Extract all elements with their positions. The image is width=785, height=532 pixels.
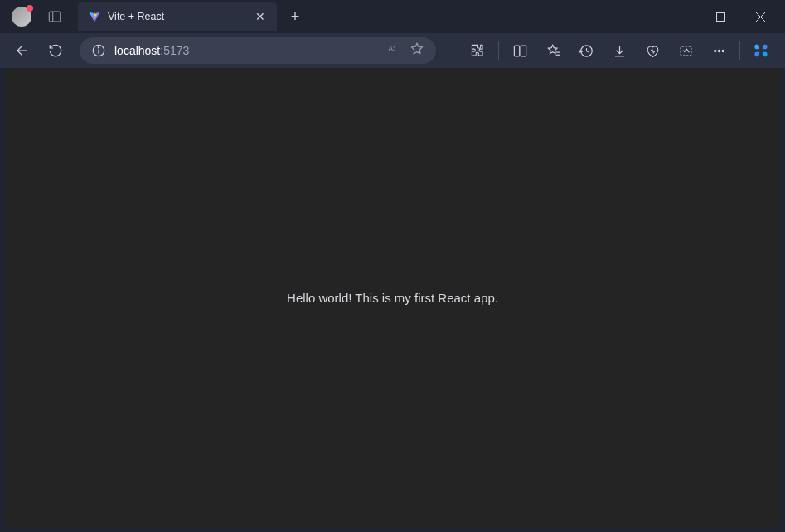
tab-actions-button[interactable] [43, 5, 66, 28]
divider-icon [498, 41, 499, 60]
vite-favicon-icon [88, 10, 101, 23]
maximize-button[interactable] [702, 3, 739, 30]
extensions-button[interactable] [462, 36, 493, 65]
svg-point-23 [722, 50, 724, 51]
toolbar: localhost:5173 A›› [0, 33, 785, 68]
divider-icon [739, 41, 740, 60]
close-window-button[interactable] [742, 3, 778, 30]
svg-rect-20 [681, 46, 691, 55]
tab-close-button[interactable]: ✕ [254, 10, 267, 23]
svg-point-22 [718, 50, 720, 51]
address-bar[interactable]: localhost:5173 A›› [80, 37, 436, 64]
minimize-button[interactable] [662, 3, 699, 30]
page-content-text: Hello world! This is my first React app. [287, 291, 498, 305]
toolbar-actions [462, 36, 777, 65]
window-controls [662, 3, 778, 30]
page-viewport: Hello world! This is my first React app. [5, 68, 780, 527]
split-screen-button[interactable] [504, 36, 535, 65]
new-tab-button[interactable]: + [283, 5, 307, 28]
history-button[interactable] [570, 36, 602, 65]
browser-window: Vite + React ✕ + local [0, 0, 785, 532]
svg-rect-13 [514, 46, 519, 56]
favorites-button[interactable] [537, 36, 569, 65]
svg-rect-0 [49, 12, 61, 22]
downloads-button[interactable] [603, 36, 635, 65]
back-button[interactable] [8, 36, 36, 65]
screenshot-button[interactable] [670, 36, 701, 65]
address-actions: A›› [386, 41, 424, 60]
copilot-button[interactable] [745, 36, 777, 65]
svg-text:A: A [388, 45, 393, 53]
svg-point-21 [714, 50, 715, 51]
more-button[interactable] [703, 36, 734, 65]
refresh-button[interactable] [41, 36, 70, 65]
performance-button[interactable] [637, 36, 668, 65]
read-aloud-button[interactable]: A›› [386, 41, 401, 60]
url-host: localhost [114, 44, 160, 57]
svg-rect-14 [521, 46, 526, 56]
notification-dot-icon [27, 5, 33, 12]
svg-text:›: › [393, 47, 395, 52]
browser-tab[interactable]: Vite + React ✕ [78, 2, 277, 31]
svg-rect-3 [716, 12, 724, 21]
favorite-button[interactable] [409, 41, 424, 60]
svg-point-9 [98, 47, 99, 48]
url-text: localhost:5173 [114, 44, 189, 57]
profile-button[interactable] [12, 7, 31, 27]
tab-title: Vite + React [108, 11, 254, 22]
site-info-button[interactable] [91, 43, 106, 58]
titlebar: Vite + React ✕ + [0, 0, 785, 33]
url-port: :5173 [160, 44, 189, 57]
